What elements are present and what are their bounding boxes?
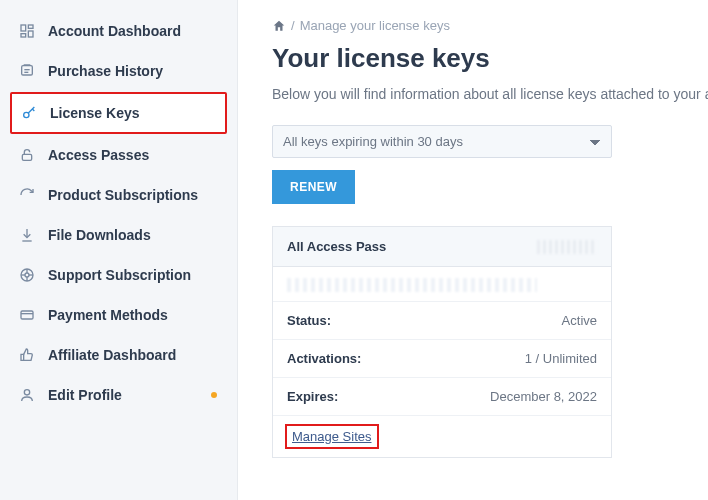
- svg-rect-8: [22, 154, 31, 160]
- breadcrumb-current: Manage your license keys: [300, 18, 450, 33]
- support-icon: [18, 266, 36, 284]
- breadcrumb: / Manage your license keys: [272, 18, 708, 33]
- svg-rect-3: [21, 34, 26, 37]
- redacted-value: [537, 240, 597, 254]
- expires-label: Expires:: [287, 389, 338, 404]
- sidebar-item-label: Product Subscriptions: [48, 187, 198, 203]
- sidebar-item-edit-profile[interactable]: Edit Profile: [10, 376, 227, 414]
- sidebar-item-license-keys[interactable]: License Keys: [10, 92, 227, 134]
- lock-icon: [18, 146, 36, 164]
- activations-value: 1 / Unlimited: [525, 351, 597, 366]
- key-icon: [20, 104, 38, 122]
- license-card: All Access Pass Status: Active Activatio…: [272, 226, 612, 458]
- sidebar-item-purchase-history[interactable]: Purchase History: [10, 52, 227, 90]
- filter-select[interactable]: All keys expiring within 30 days: [272, 125, 612, 158]
- page-subtitle: Below you will find information about al…: [272, 84, 708, 105]
- credit-card-icon: [18, 306, 36, 324]
- sidebar-item-support-subscription[interactable]: Support Subscription: [10, 256, 227, 294]
- license-expires-row: Expires: December 8, 2022: [273, 377, 611, 415]
- svg-point-7: [24, 112, 29, 117]
- status-value: Active: [562, 313, 597, 328]
- refresh-icon: [18, 186, 36, 204]
- manage-sites-link[interactable]: Manage Sites: [285, 424, 379, 449]
- home-icon[interactable]: [272, 19, 286, 33]
- svg-rect-0: [21, 25, 26, 31]
- svg-rect-15: [21, 311, 33, 319]
- notification-dot-icon: [211, 392, 217, 398]
- license-card-header: All Access Pass: [273, 227, 611, 267]
- sidebar-item-label: Access Passes: [48, 147, 149, 163]
- main-content: / Manage your license keys Your license …: [238, 0, 708, 500]
- page-title: Your license keys: [272, 43, 708, 74]
- redacted-key: [287, 278, 537, 292]
- svg-rect-2: [28, 31, 33, 37]
- sidebar-item-label: Affiliate Dashboard: [48, 347, 176, 363]
- thumbs-up-icon: [18, 346, 36, 364]
- download-icon: [18, 226, 36, 244]
- sidebar-item-label: Purchase History: [48, 63, 163, 79]
- sidebar-item-access-passes[interactable]: Access Passes: [10, 136, 227, 174]
- sidebar-item-label: License Keys: [50, 105, 140, 121]
- sidebar-item-file-downloads[interactable]: File Downloads: [10, 216, 227, 254]
- dashboard-icon: [18, 22, 36, 40]
- sidebar-item-account-dashboard[interactable]: Account Dashboard: [10, 12, 227, 50]
- license-activations-row: Activations: 1 / Unlimited: [273, 339, 611, 377]
- license-key-row: [273, 267, 611, 301]
- sidebar-item-affiliate-dashboard[interactable]: Affiliate Dashboard: [10, 336, 227, 374]
- sidebar-item-payment-methods[interactable]: Payment Methods: [10, 296, 227, 334]
- expires-value: December 8, 2022: [490, 389, 597, 404]
- license-name: All Access Pass: [287, 239, 386, 254]
- user-icon: [18, 386, 36, 404]
- svg-point-17: [24, 390, 29, 395]
- svg-rect-1: [28, 25, 33, 28]
- renew-button[interactable]: RENEW: [272, 170, 355, 204]
- sidebar: Account Dashboard Purchase History Licen…: [0, 0, 238, 500]
- activations-label: Activations:: [287, 351, 361, 366]
- sidebar-item-label: Edit Profile: [48, 387, 122, 403]
- sidebar-item-label: Payment Methods: [48, 307, 168, 323]
- status-label: Status:: [287, 313, 331, 328]
- license-status-row: Status: Active: [273, 301, 611, 339]
- svg-point-10: [25, 273, 29, 277]
- sidebar-item-label: Account Dashboard: [48, 23, 181, 39]
- receipt-icon: [18, 62, 36, 80]
- license-manage-row: Manage Sites: [273, 415, 611, 457]
- sidebar-item-product-subscriptions[interactable]: Product Subscriptions: [10, 176, 227, 214]
- sidebar-item-label: File Downloads: [48, 227, 151, 243]
- sidebar-item-label: Support Subscription: [48, 267, 191, 283]
